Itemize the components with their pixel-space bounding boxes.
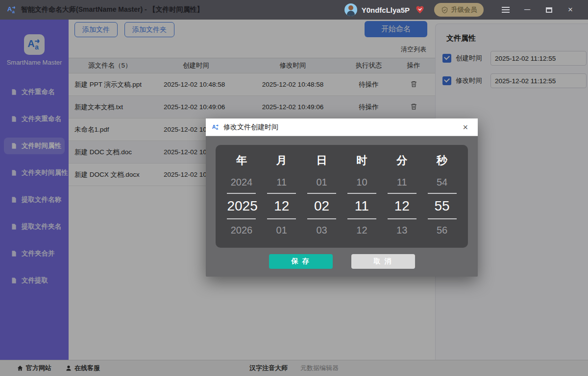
picker-next-value[interactable]: 56 [437,219,447,241]
title-bar: A a 智能文件命名大师(SmartName Master) - 【文件时间属性… [0,0,588,20]
picker-column-hour: 时 10 11 12 [342,150,382,248]
dialog-title: 修改文件创建时间 [223,123,278,132]
picker-prev-value[interactable]: 01 [316,171,327,193]
upgrade-vip-label: 升级会员 [451,5,477,14]
picker-column-month: 月 11 12 01 [262,150,302,248]
picker-next-value[interactable]: 2026 [231,219,253,241]
picker-header-day: 日 [317,150,327,171]
picker-column-minute: 分 11 12 13 [382,150,422,248]
picker-selected-box: 12 [267,193,296,219]
datetime-picker: 年 2024 2025 2026 月 11 12 01 日 01 02 03 时… [216,145,468,248]
close-icon[interactable]: × [560,0,581,20]
picker-selected-box: 2025 [227,193,256,219]
user-avatar[interactable] [344,3,357,16]
picker-prev-value[interactable]: 11 [276,171,287,193]
vip-heart-icon [415,5,425,15]
picker-header-year: 年 [236,150,247,171]
hamburger-lines [502,7,510,13]
picker-header-month: 月 [276,150,287,171]
dialog-header: A a 修改文件创建时间 × [206,118,478,136]
maximize-icon[interactable] [538,0,560,20]
picker-selected-box: 02 [307,193,336,219]
picker-prev-value[interactable]: 10 [356,171,367,193]
svg-text:A: A [7,5,12,13]
picker-selected-value[interactable]: 02 [314,198,329,213]
menu-icon[interactable] [495,0,516,20]
picker-selected-value[interactable]: 12 [274,198,289,213]
picker-selected-value[interactable]: 55 [434,198,449,213]
picker-selected-value[interactable]: 2025 [227,198,257,213]
minimize-icon[interactable]: ─ [516,0,538,20]
picker-column-day: 日 01 02 03 [302,150,342,248]
window-title: 智能文件命名大师(SmartName Master) - 【文件时间属性】 [21,5,204,14]
app-logo-icon: A a [212,123,220,131]
app-shell: A a SmartName Master 文件重命名 文件夹重命名 文件时间属性… [0,20,588,376]
upgrade-vip-button[interactable]: 升级会员 [434,3,484,17]
picker-column-second: 秒 54 55 56 [422,150,462,248]
username[interactable]: Y0ndfcLlya5P [362,6,410,14]
picker-prev-value[interactable]: 11 [397,171,407,193]
picker-next-value[interactable]: 03 [316,219,327,241]
svg-text:a: a [216,126,219,131]
save-button[interactable]: 保 存 [269,254,333,269]
dialog-buttons: 保 存 取 消 [206,254,478,269]
picker-column-year: 年 2024 2025 2026 [221,150,262,248]
window-controls: ─ × [495,0,581,20]
picker-selected-box: 55 [428,193,457,219]
picker-header-hour: 时 [356,150,367,171]
svg-text:A: A [212,123,216,129]
picker-header-second: 秒 [437,150,447,171]
picker-next-value[interactable]: 12 [356,219,367,241]
picker-selected-value[interactable]: 12 [394,198,410,213]
app-logo-icon: A a [7,5,17,15]
maximize-glyph [546,7,552,13]
picker-prev-value[interactable]: 54 [437,171,447,193]
dialog-close-icon[interactable]: × [459,122,472,133]
picker-header-minute: 分 [396,150,407,171]
badge-icon [441,6,448,14]
modify-created-time-dialog: A a 修改文件创建时间 × 年 2024 2025 2026 月 11 12 … [206,118,478,277]
picker-next-value[interactable]: 01 [276,219,287,241]
picker-selected-value[interactable]: 11 [355,198,369,213]
picker-next-value[interactable]: 13 [396,219,407,241]
picker-selected-box: 11 [347,193,376,219]
picker-selected-box: 12 [388,193,416,219]
svg-text:a: a [12,9,15,14]
picker-prev-value[interactable]: 2024 [231,171,253,193]
cancel-button[interactable]: 取 消 [351,254,415,269]
